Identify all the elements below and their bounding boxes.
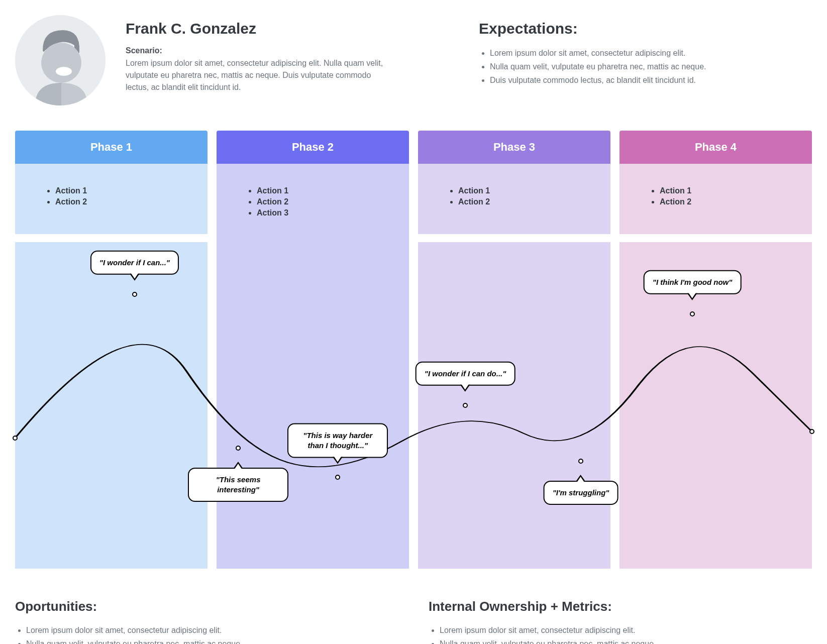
svg-point-1 [41, 43, 81, 83]
phase-body: Action 1 Action 2 [619, 164, 812, 234]
ownership-title: Internal Ownership + Metrics: [429, 599, 812, 614]
ownership-item: Nulla quam velit, vulputate eu pharetra … [440, 637, 812, 644]
scenario-label: Scenario: [126, 46, 459, 55]
expectation-item: Lorem ipsum dolor sit amet, consectetur … [490, 46, 812, 60]
persona-block: Frank C. Gonzalez Scenario: Lorem ipsum … [126, 15, 459, 93]
phase-action: Action 3 [257, 208, 379, 218]
phase-col-2: Phase 2 Action 1 Action 2 Action 3 [217, 131, 409, 242]
phase-action: Action 1 [55, 186, 177, 195]
phase-action: Action 2 [257, 197, 379, 206]
persona-name: Frank C. Gonzalez [126, 20, 459, 37]
ownership-item: Lorem ipsum dolor sit amet, consectetur … [440, 623, 812, 637]
phase-header: Phase 1 [15, 131, 208, 164]
phase-col-1: Phase 1 Action 1 Action 2 [15, 131, 208, 242]
avatar [15, 15, 106, 105]
opportunity-item: Lorem ipsum dolor sit amet, consectetur … [26, 623, 398, 637]
expectations-block: Expectations: Lorem ipsum dolor sit amet… [479, 15, 812, 87]
phase-body: Action 1 Action 2 [15, 164, 208, 234]
scenario-text: Lorem ipsum dolor sit amet, consectetur … [126, 57, 387, 93]
journey-chart: "I wonder if I can...""This seems intere… [15, 242, 812, 569]
opportunities-list: Lorem ipsum dolor sit amet, consectetur … [15, 623, 398, 644]
phase-action: Action 2 [55, 197, 177, 206]
phase-action: Action 1 [458, 186, 580, 195]
footer: Oportunities: Lorem ipsum dolor sit amet… [15, 599, 812, 644]
phase-col-3: Phase 3 Action 1 Action 2 [418, 131, 610, 242]
opportunities-block: Oportunities: Lorem ipsum dolor sit amet… [15, 599, 398, 644]
header: Frank C. Gonzalez Scenario: Lorem ipsum … [15, 15, 812, 105]
expectations-list: Lorem ipsum dolor sit amet, consectetur … [479, 46, 812, 87]
phase-body: Action 1 Action 2 Action 3 [217, 164, 409, 242]
opportunities-title: Oportunities: [15, 599, 398, 614]
phase-action: Action 1 [257, 186, 379, 195]
avatar-icon [15, 15, 106, 105]
phase-header: Phase 2 [217, 131, 409, 164]
phase-body: Action 1 Action 2 [418, 164, 610, 234]
phase-action: Action 1 [660, 186, 782, 195]
expectation-item: Nulla quam velit, vulputate eu pharetra … [490, 60, 812, 73]
journey-curve [15, 242, 812, 569]
opportunity-item: Nulla quam velit, vulputate eu pharetra … [26, 637, 398, 644]
phase-col-4: Phase 4 Action 1 Action 2 [619, 131, 812, 242]
ownership-block: Internal Ownership + Metrics: Lorem ipsu… [429, 599, 812, 644]
phase-action: Action 2 [660, 197, 782, 206]
ownership-list: Lorem ipsum dolor sit amet, consectetur … [429, 623, 812, 644]
expectation-item: Duis vulputate commodo lectus, ac blandi… [490, 73, 812, 87]
svg-point-2 [56, 67, 72, 76]
expectations-title: Expectations: [479, 20, 812, 37]
phase-action: Action 2 [458, 197, 580, 206]
phase-header: Phase 3 [418, 131, 610, 164]
phase-row: Phase 1 Action 1 Action 2 Phase 2 Action… [15, 131, 812, 242]
phase-header: Phase 4 [619, 131, 812, 164]
